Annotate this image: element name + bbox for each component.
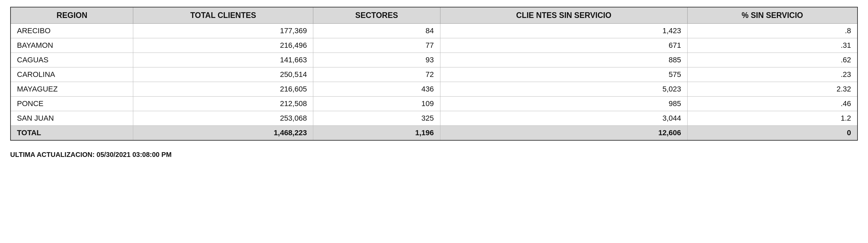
cell-total-clientes: 1,468,223	[133, 126, 313, 141]
cell-total-clientes: 141,663	[133, 53, 313, 67]
cell-pct-sin-servicio: .46	[687, 97, 857, 111]
table-row: SAN JUAN253,0683253,0441.2	[11, 111, 857, 126]
cell-clientes-sin-servicio: 3,044	[440, 111, 687, 126]
cell-total-clientes: 216,496	[133, 38, 313, 53]
data-table: REGION TOTAL CLIENTES SECTORES CLIE NTES…	[10, 7, 858, 141]
cell-clientes-sin-servicio: 885	[440, 53, 687, 67]
cell-pct-sin-servicio: .23	[687, 67, 857, 82]
cell-region: CAROLINA	[11, 67, 133, 82]
cell-pct-sin-servicio: 1.2	[687, 111, 857, 126]
cell-total-clientes: 253,068	[133, 111, 313, 126]
col-header-sectores: SECTORES	[313, 7, 440, 24]
cell-pct-sin-servicio: .31	[687, 38, 857, 53]
col-header-total-clientes: TOTAL CLIENTES	[133, 7, 313, 24]
cell-pct-sin-servicio: 2.32	[687, 82, 857, 97]
cell-sectores: 436	[313, 82, 440, 97]
cell-sectores: 1,196	[313, 126, 440, 141]
table-row: CAGUAS141,66393885.62	[11, 53, 857, 67]
cell-sectores: 325	[313, 111, 440, 126]
col-header-clientes-sin-servicio: CLIE NTES SIN SERVICIO	[440, 7, 687, 24]
cell-clientes-sin-servicio: 575	[440, 67, 687, 82]
cell-region: BAYAMON	[11, 38, 133, 53]
cell-sectores: 109	[313, 97, 440, 111]
last-updated-label: ULTIMA ACTUALIZACION: 05/30/2021 03:08:0…	[10, 151, 858, 159]
cell-sectores: 72	[313, 67, 440, 82]
cell-region: CAGUAS	[11, 53, 133, 67]
table-header-row: REGION TOTAL CLIENTES SECTORES CLIE NTES…	[11, 7, 857, 24]
cell-total-clientes: 212,508	[133, 97, 313, 111]
table-row: MAYAGUEZ216,6054365,0232.32	[11, 82, 857, 97]
cell-region: ARECIBO	[11, 24, 133, 38]
cell-total-clientes: 216,605	[133, 82, 313, 97]
cell-clientes-sin-servicio: 1,423	[440, 24, 687, 38]
cell-clientes-sin-servicio: 671	[440, 38, 687, 53]
table-row: PONCE212,508109985.46	[11, 97, 857, 111]
cell-region: MAYAGUEZ	[11, 82, 133, 97]
cell-sectores: 77	[313, 38, 440, 53]
cell-sectores: 84	[313, 24, 440, 38]
cell-clientes-sin-servicio: 12,606	[440, 126, 687, 141]
cell-pct-sin-servicio: .62	[687, 53, 857, 67]
cell-pct-sin-servicio: 0	[687, 126, 857, 141]
col-header-pct-sin-servicio: % SIN SERVICIO	[687, 7, 857, 24]
cell-pct-sin-servicio: .8	[687, 24, 857, 38]
cell-total-clientes: 250,514	[133, 67, 313, 82]
table-row: TOTAL1,468,2231,19612,6060	[11, 126, 857, 141]
cell-clientes-sin-servicio: 985	[440, 97, 687, 111]
table-row: BAYAMON216,49677671.31	[11, 38, 857, 53]
table-row: CAROLINA250,51472575.23	[11, 67, 857, 82]
col-header-region: REGION	[11, 7, 133, 24]
cell-region: SAN JUAN	[11, 111, 133, 126]
cell-sectores: 93	[313, 53, 440, 67]
cell-total-clientes: 177,369	[133, 24, 313, 38]
main-table-container: REGION TOTAL CLIENTES SECTORES CLIE NTES…	[10, 7, 858, 141]
cell-region: TOTAL	[11, 126, 133, 141]
cell-clientes-sin-servicio: 5,023	[440, 82, 687, 97]
cell-region: PONCE	[11, 97, 133, 111]
table-row: ARECIBO177,369841,423.8	[11, 24, 857, 38]
